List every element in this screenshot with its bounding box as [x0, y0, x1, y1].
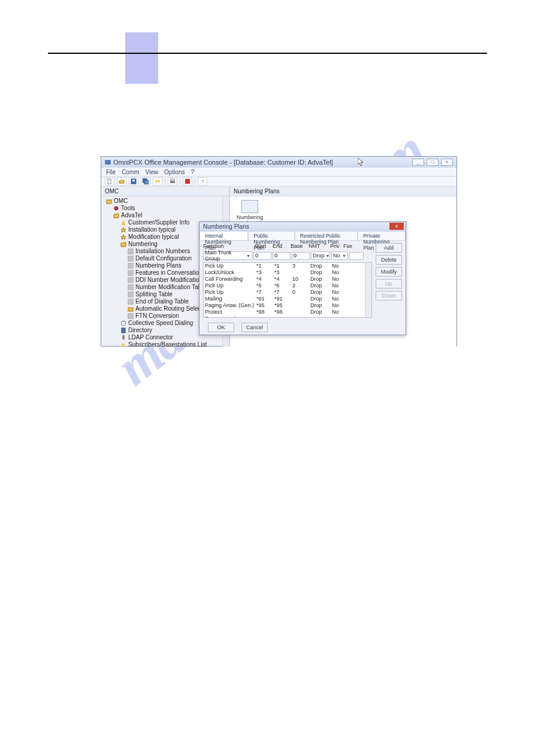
tools-icon — [113, 205, 119, 211]
tree-item[interactable]: Tools — [104, 205, 226, 212]
plan-row[interactable]: Protect Communication*98*98DropNo — [204, 309, 371, 318]
plan-list[interactable]: Pick Up*1*13DropNoLock/Unlock*3*3DropNoC… — [203, 262, 372, 318]
svg-point-6 — [155, 180, 158, 183]
add-button[interactable]: Add — [376, 243, 402, 253]
tab-private[interactable]: Private Numbering Plan — [358, 231, 406, 240]
col-base: Base — [291, 243, 309, 249]
list-icon — [128, 248, 134, 254]
tree-item-label: Features in Conversation — [135, 269, 202, 277]
list-icon — [128, 270, 134, 276]
list-icon — [128, 292, 134, 297]
tree-item[interactable]: AdvaTel — [104, 212, 226, 219]
tree-item-label: End of Dialing Table — [135, 298, 189, 305]
book-icon — [120, 327, 126, 333]
tree-item-label: Directory — [128, 327, 152, 334]
folder-open-icon — [113, 212, 119, 218]
ok-button[interactable]: OK — [208, 323, 234, 332]
svg-point-59 — [122, 343, 125, 345]
menu-comm[interactable]: Comm — [122, 169, 139, 175]
tree-item[interactable]: OMC — [104, 198, 226, 205]
toolbar-open-icon[interactable] — [117, 177, 126, 186]
plan-row[interactable]: Mailing*91*91DropNo — [204, 296, 371, 302]
mouse-cursor — [358, 158, 364, 166]
col-fax: Fax — [343, 243, 356, 249]
start-input[interactable] — [253, 252, 271, 260]
menu-help[interactable]: ? — [191, 169, 195, 175]
function-select[interactable]: Main Trunk Group▼ — [203, 251, 252, 260]
svg-rect-10 — [185, 179, 190, 184]
people-icon — [120, 342, 126, 347]
svg-rect-55 — [122, 328, 125, 333]
dialog-title: Numbering Plans — [203, 223, 249, 230]
maximize-button[interactable]: □ — [427, 159, 439, 166]
tab-public[interactable]: Public Numbering Plan — [248, 231, 295, 240]
list-icon — [128, 263, 134, 269]
menu-bar: File Comm View Options ? — [101, 168, 457, 176]
priv-select[interactable]: No▼ — [331, 251, 348, 260]
minimize-button[interactable]: _ — [412, 159, 424, 166]
plug-icon — [120, 335, 126, 341]
menu-options[interactable]: Options — [164, 169, 185, 175]
tree-item-label: OMC — [114, 198, 128, 205]
down-button[interactable]: Down — [376, 291, 402, 300]
tree-item-label: Installation typical — [128, 226, 176, 233]
tree-item-label: Customer/Supplier Info — [128, 219, 189, 226]
svg-rect-56 — [122, 336, 125, 339]
tree-item-label: FTN Conversion — [135, 312, 179, 320]
up-button[interactable]: Up — [376, 279, 402, 289]
delete-button[interactable]: Delete — [376, 255, 402, 265]
tab-restricted-public[interactable]: Restricted Public Numbering Plan — [295, 231, 358, 240]
list-icon — [128, 313, 134, 319]
svg-rect-12 — [107, 200, 111, 204]
cancel-button[interactable]: Cancel — [241, 323, 268, 332]
plan-row[interactable]: Call Forwarding*4*410DropNo — [204, 276, 371, 283]
svg-rect-3 — [132, 180, 135, 181]
app-icon — [105, 159, 111, 165]
numbering-plans-dialog: Numbering Plans × Internal Numbering Pla… — [199, 221, 406, 335]
end-input[interactable] — [273, 252, 291, 260]
nmt-select[interactable]: Drop▼ — [311, 251, 330, 260]
col-start: Start — [255, 243, 273, 249]
list-icon — [128, 256, 134, 262]
folder-open-icon — [120, 241, 126, 247]
plan-row[interactable]: Lock/Unlock*3*3DropNo — [204, 269, 371, 276]
dialog-tabs: Internal Numbering Plan Public Numbering… — [200, 231, 406, 241]
plan-row[interactable]: Pick Up*6*62DropNo — [204, 283, 371, 289]
svg-rect-60 — [122, 345, 125, 347]
toolbar-stop-icon[interactable] — [183, 177, 192, 186]
title-bar[interactable]: OmniPCX Office Management Console - [Dat… — [101, 157, 457, 168]
tree-item-label: Number Modification Table — [135, 284, 206, 291]
menu-view[interactable]: View — [146, 169, 159, 175]
menu-file[interactable]: File — [106, 169, 116, 175]
list-icon — [128, 299, 134, 305]
toolbar-connect-icon[interactable] — [153, 177, 162, 186]
svg-rect-9 — [171, 179, 174, 181]
fax-input[interactable] — [349, 252, 364, 260]
toolbar-saveall-icon[interactable] — [141, 177, 150, 186]
dialog-close-button[interactable]: × — [389, 223, 404, 230]
star-icon — [120, 234, 126, 240]
close-button[interactable]: × — [441, 159, 453, 166]
tree-item[interactable]: Subscribers/Basestations List — [104, 341, 226, 347]
chevron-down-icon: ▼ — [342, 254, 346, 258]
plan-row[interactable]: Paging Answ. (Gen.)*95*95DropNo — [204, 302, 371, 309]
svg-rect-48 — [128, 308, 133, 311]
dialog-title-bar[interactable]: Numbering Plans × — [200, 222, 406, 231]
modify-button[interactable]: Modify — [376, 267, 402, 277]
tab-internal[interactable]: Internal Numbering Plan — [200, 231, 248, 240]
plan-row[interactable]: Pick Up*7*70DropNo — [204, 289, 371, 296]
list-scrollbar[interactable] — [365, 263, 371, 317]
list-icon — [128, 277, 134, 283]
toolbar-about-icon[interactable]: ? — [198, 177, 207, 186]
toolbar-new-icon[interactable] — [105, 177, 114, 186]
svg-text:?: ? — [201, 179, 204, 184]
toolbar-print-icon[interactable] — [168, 177, 177, 186]
header-rule — [48, 53, 487, 54]
tree-item-label: Installation Numbers — [135, 248, 190, 255]
tree-item-label: AdvaTel — [121, 212, 143, 219]
toolbar-save-icon[interactable] — [129, 177, 138, 186]
list-icon — [128, 284, 134, 290]
base-input[interactable] — [292, 252, 310, 260]
plan-row[interactable]: Pick Up*1*13DropNo — [204, 263, 371, 269]
tree-item-label: Default Configuration — [135, 255, 192, 262]
